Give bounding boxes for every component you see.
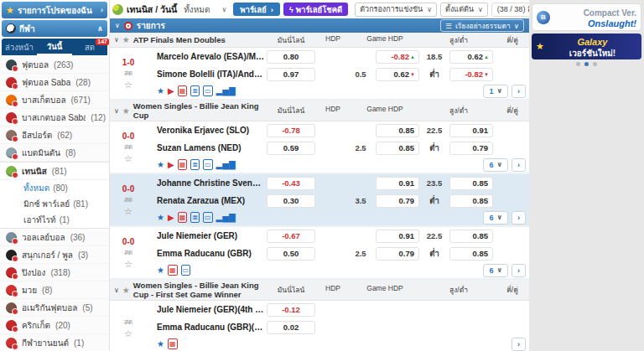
more-markets-button[interactable]: ›	[512, 85, 526, 98]
moneyline-odds[interactable]: 0.30	[267, 194, 315, 208]
game-hdp-odds[interactable]: 0.85	[376, 124, 419, 137]
league-filter-dropdown[interactable]: ทั้งหมด ∨	[180, 2, 230, 18]
sidebar-sport-item[interactable]: อีสปอร์ต (62)	[0, 126, 109, 144]
chevron-down-icon[interactable]: ∨	[114, 286, 119, 294]
favorite-star-icon[interactable]: ☆	[124, 80, 132, 90]
over-under-odds[interactable]: 0.91	[449, 124, 493, 137]
game-hdp-odds[interactable]: 0.85	[376, 142, 419, 155]
over-under-odds[interactable]: 0.85	[449, 230, 493, 243]
sidebar-sport-item[interactable]: อเมริกันฟุตบอล (5)	[0, 299, 109, 317]
game-hdp-odds[interactable]: 0.91	[376, 177, 419, 190]
sidebar-tab-live[interactable]: สด 147	[72, 39, 107, 55]
moneyline-odds[interactable]: 0.59	[267, 142, 315, 155]
stats-chart-icon[interactable]: ▂▅▇	[216, 86, 236, 96]
stats-chart-icon[interactable]: ▂▅▇	[216, 160, 236, 170]
more-markets-button[interactable]: ›	[512, 264, 526, 277]
carousel-dot[interactable]	[593, 62, 597, 66]
banner-compact-onslaught[interactable]: B Compact Ver. Onslaught!	[532, 3, 641, 31]
sidebar-sport-item[interactable]: มวย (8)	[0, 281, 109, 299]
casino-grid-icon[interactable]: ▦	[168, 265, 178, 276]
moneyline-odds[interactable]: 0.02	[267, 321, 315, 334]
sidebar-sport-item[interactable]: ปิงปอง (318)	[0, 264, 109, 281]
chevron-down-icon[interactable]: ∨	[114, 107, 119, 115]
bet-builder-icon[interactable]: ≣	[190, 212, 200, 223]
sidebar-sport-item[interactable]: บาสเกตบอล Saba (12)	[0, 109, 109, 126]
sort-mode-dropdown[interactable]: ☰ เรียงอย่างธรรมดา ∨	[440, 19, 524, 32]
more-markets-button[interactable]: ›	[512, 158, 526, 172]
more-markets-button[interactable]: ›	[512, 338, 526, 351]
moneyline-odds[interactable]: 0.50	[267, 247, 315, 261]
banner-galaxy-version[interactable]: ★ Galaxy เวอร์ชันใหม่!	[532, 34, 641, 59]
market-count-dropdown[interactable]: 6∨	[483, 264, 508, 277]
favorite-star-icon[interactable]: ★	[122, 35, 130, 44]
game-hdp-odds[interactable]: 0.79	[376, 247, 419, 261]
sidebar-sport-item[interactable]: แบดมินตัน (8)	[0, 144, 109, 162]
more-markets-button[interactable]: ›	[512, 211, 526, 225]
sidebar-sub-item[interactable]: เอาท์ไรท์ (1)	[0, 212, 109, 228]
live-play-icon[interactable]: ▶	[168, 86, 174, 96]
sidebar-sport-item[interactable]: ฟุตบอล (263)	[0, 56, 109, 74]
over-under-odds[interactable]: 0.62▲	[449, 50, 493, 64]
favorite-star-icon[interactable]: ☆	[124, 328, 132, 339]
sidebar-tab-today[interactable]: วันนี้	[37, 39, 72, 55]
moneyline-odds[interactable]: -0.43	[267, 177, 315, 190]
sidebar-sport-item[interactable]: กีฬายานยนต์ (1)	[0, 334, 109, 351]
chevron-down-icon[interactable]: ∨	[115, 22, 120, 29]
stream-icon[interactable]: ▭	[181, 265, 191, 276]
sidebar-sport-item[interactable]: วอลเลย์บอล (36)	[0, 229, 109, 246]
live-play-icon[interactable]: ▶	[168, 160, 174, 170]
parlay-button[interactable]: พาร์เลย์ ›	[233, 3, 280, 16]
casino-grid-icon[interactable]: ▦	[178, 212, 188, 223]
over-under-odds[interactable]: -0.82▼	[449, 68, 493, 81]
bet-builder-icon[interactable]: ≣	[190, 85, 200, 96]
favorite-star-icon[interactable]: ☆	[124, 206, 132, 217]
game-hdp-odds[interactable]: 0.79	[376, 194, 419, 208]
chevron-down-icon[interactable]: ∨	[114, 36, 119, 44]
sidebar-sport-item[interactable]: ฟุตบอล Saba (28)	[0, 74, 109, 91]
match-filter-dropdown[interactable]: ตัวกรองการแข่งขัน ∨	[355, 3, 437, 17]
sidebar-sport-item[interactable]: คริกเก็ต (20)	[0, 317, 109, 334]
favorites-button[interactable]: ★ รายการโปรดของฉัน ›	[2, 2, 107, 18]
carousel-dot[interactable]	[576, 62, 580, 66]
over-under-odds[interactable]: 0.85	[449, 247, 493, 261]
market-count-dropdown[interactable]: 6∨	[483, 211, 508, 225]
sidebar-sport-item[interactable]: บาสเก็ตบอล (671)	[0, 91, 109, 109]
moneyline-odds[interactable]: -0.12	[267, 303, 315, 317]
favorite-star-icon[interactable]: ★	[157, 213, 164, 223]
casino-grid-icon[interactable]: ▦	[178, 159, 188, 170]
sidebar-sub-item[interactable]: มิกซ์ พาร์เลย์ (81)	[0, 196, 109, 212]
live-play-icon[interactable]: ▶	[168, 213, 174, 223]
sidebar-tab-early[interactable]: ล่วงหน้า	[2, 39, 37, 55]
favorite-star-icon[interactable]: ☆	[124, 259, 132, 270]
stats-chart-icon[interactable]: ▂▅▇	[216, 213, 236, 223]
game-hdp-odds[interactable]: 0.91	[376, 230, 419, 243]
over-under-odds[interactable]: 0.85	[449, 194, 493, 208]
sidebar-sport-item[interactable]: สนุกเกอร์ / พูล (3)	[0, 246, 109, 264]
game-hdp-odds[interactable]: -0.82▲	[376, 50, 419, 64]
casino-grid-icon[interactable]: ▦	[168, 338, 178, 349]
lucky-parlay-button[interactable]: ϟ พาร์เลย์โชคดี	[283, 3, 348, 16]
carousel-dot-active[interactable]	[584, 62, 589, 66]
casino-grid-icon[interactable]: ▦	[178, 85, 188, 96]
bet-builder-icon[interactable]: ≣	[190, 159, 200, 170]
favorite-star-icon[interactable]: ★	[157, 339, 164, 349]
over-under-odds[interactable]: 0.85	[449, 177, 493, 190]
moneyline-odds[interactable]: 0.80	[267, 50, 315, 64]
stream-icon[interactable]: ▭	[203, 85, 213, 96]
favorite-star-icon[interactable]: ★	[157, 160, 164, 170]
moneyline-odds[interactable]: -0.78	[267, 124, 315, 137]
favorite-star-icon[interactable]: ★	[157, 266, 164, 276]
over-under-odds[interactable]: 0.79	[449, 142, 493, 155]
favorite-star-icon[interactable]: ★	[122, 286, 130, 295]
stream-icon[interactable]: ▭	[203, 159, 213, 170]
sports-header-button[interactable]: กีฬา ∧	[2, 20, 107, 37]
favorite-star-icon[interactable]: ★	[157, 86, 164, 96]
market-count-dropdown[interactable]: 6∨	[483, 158, 508, 172]
game-hdp-odds[interactable]: 0.62▼	[376, 68, 419, 81]
favorite-star-icon[interactable]: ★	[122, 106, 130, 116]
moneyline-odds[interactable]: -0.67	[267, 230, 315, 243]
sidebar-sport-item[interactable]: เทนนิส (81)	[0, 162, 109, 180]
from-start-dropdown[interactable]: ตั้งแต่ต้น ∨	[440, 3, 488, 17]
stream-icon[interactable]: ▭	[203, 212, 213, 223]
moneyline-odds[interactable]: 0.97	[267, 68, 315, 81]
